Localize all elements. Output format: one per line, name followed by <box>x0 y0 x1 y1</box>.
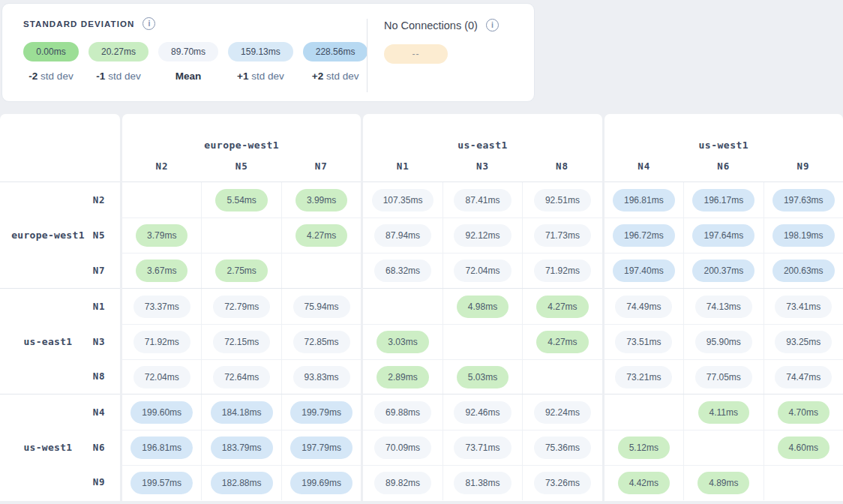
region-column-header: us-east1N1N3N8 <box>363 114 602 182</box>
table-row: 196.81ms196.17ms197.63ms <box>604 182 843 218</box>
latency-value-pill[interactable]: 75.36ms <box>534 436 591 459</box>
latency-value-pill[interactable]: 2.89ms <box>376 366 428 388</box>
latency-value-pill[interactable]: 2.75ms <box>215 260 267 282</box>
latency-value-pill[interactable]: 199.57ms <box>130 472 193 494</box>
latency-cell: 73.71ms <box>442 430 522 465</box>
latency-value-pill[interactable]: 72.64ms <box>213 366 270 388</box>
latency-value-pill[interactable]: 89.82ms <box>374 472 431 494</box>
latency-value-pill[interactable]: 77.05ms <box>695 366 752 388</box>
latency-value-pill[interactable]: 197.64ms <box>692 224 754 247</box>
latency-value-pill[interactable]: 81.38ms <box>454 472 511 494</box>
latency-cell: 199.57ms <box>122 466 201 500</box>
latency-cell: 68.32ms <box>363 254 442 288</box>
std-deviation-legend: STANDARD DEVIATION i 0.00ms-2 std dev20.… <box>2 4 367 101</box>
latency-value-pill[interactable]: 74.47ms <box>775 366 832 388</box>
latency-value-pill[interactable]: 72.85ms <box>293 331 350 353</box>
latency-value-pill[interactable]: 107.35ms <box>372 189 434 212</box>
latency-value-pill[interactable]: 4.27ms <box>536 331 588 353</box>
latency-value-pill[interactable]: 73.51ms <box>615 331 672 353</box>
latency-cell: 196.81ms <box>122 430 201 465</box>
latency-value-pill[interactable]: 93.83ms <box>293 366 350 388</box>
latency-value-pill[interactable]: 92.51ms <box>534 189 591 212</box>
latency-value-pill[interactable]: 87.41ms <box>454 189 511 212</box>
latency-value-pill[interactable]: 92.24ms <box>534 401 591 424</box>
latency-value-pill[interactable]: 183.79ms <box>211 436 273 459</box>
latency-value-pill[interactable]: 184.18ms <box>211 401 273 424</box>
latency-value-pill[interactable]: 200.63ms <box>772 260 835 282</box>
latency-value-pill[interactable]: 70.09ms <box>374 436 431 459</box>
latency-value-pill[interactable]: 182.88ms <box>211 472 273 494</box>
latency-value-pill[interactable]: 4.60ms <box>778 436 830 459</box>
latency-value-pill[interactable]: 93.25ms <box>775 331 832 353</box>
latency-value-pill[interactable]: 4.89ms <box>698 472 749 494</box>
latency-cell: 2.89ms <box>363 360 442 394</box>
latency-value-pill[interactable]: 196.72ms <box>613 224 675 247</box>
latency-value-pill[interactable]: 3.99ms <box>296 189 347 212</box>
latency-value-pill[interactable]: 87.94ms <box>374 224 431 247</box>
latency-value-pill[interactable]: 72.04ms <box>454 260 511 282</box>
latency-value-pill[interactable]: 68.32ms <box>374 260 431 282</box>
latency-value-pill[interactable]: 4.98ms <box>457 296 508 318</box>
latency-value-pill[interactable]: 196.17ms <box>692 189 754 212</box>
latency-value-pill[interactable]: 5.54ms <box>215 189 267 212</box>
info-icon[interactable]: i <box>486 19 499 32</box>
latency-value-pill[interactable]: 3.67ms <box>136 260 188 282</box>
table-row: 74.49ms74.13ms73.41ms <box>604 289 843 324</box>
node-column-label: N9 <box>764 160 843 172</box>
latency-cell: 92.46ms <box>442 394 522 430</box>
latency-value-pill[interactable]: 4.42ms <box>618 472 670 494</box>
latency-value-pill[interactable]: 196.81ms <box>130 436 193 459</box>
latency-value-pill[interactable]: 71.92ms <box>134 331 190 353</box>
latency-cell: 4.27ms <box>281 218 361 253</box>
latency-value-pill[interactable]: 5.12ms <box>618 436 670 459</box>
latency-value-pill[interactable]: 199.69ms <box>290 472 352 494</box>
node-column-label: N7 <box>281 160 361 172</box>
latency-value-pill[interactable]: 73.71ms <box>454 436 511 459</box>
latency-value-pill[interactable]: 4.27ms <box>296 224 347 247</box>
latency-value-pill[interactable]: 95.90ms <box>695 331 752 353</box>
node-column-label: N6 <box>684 160 764 172</box>
latency-value-pill[interactable]: 3.03ms <box>376 331 428 353</box>
latency-value-pill[interactable]: 200.37ms <box>692 260 754 282</box>
latency-value-pill[interactable]: 75.94ms <box>293 296 350 318</box>
latency-cell: 199.60ms <box>122 394 201 430</box>
info-icon[interactable]: i <box>142 17 155 30</box>
latency-value-pill[interactable]: 4.70ms <box>778 401 830 424</box>
latency-value-pill[interactable]: 197.40ms <box>613 260 675 282</box>
latency-cell: 71.92ms <box>522 254 602 288</box>
latency-value-pill[interactable]: 73.41ms <box>775 296 832 318</box>
latency-value-pill[interactable]: 72.15ms <box>213 331 270 353</box>
table-row: 68.32ms72.04ms71.92ms <box>363 253 602 288</box>
latency-value-pill[interactable]: 198.19ms <box>772 224 835 247</box>
row-group-labels: europe-west1N2N5N7 <box>0 182 120 288</box>
latency-value-pill[interactable]: 72.79ms <box>213 296 270 318</box>
table-row: 199.57ms182.88ms199.69ms <box>122 465 361 500</box>
latency-cell: 199.79ms <box>281 394 361 430</box>
table-row: 5.12ms4.60ms <box>604 430 843 465</box>
latency-value-pill[interactable]: 73.21ms <box>615 366 672 388</box>
latency-value-pill[interactable]: 73.37ms <box>134 296 190 318</box>
legend-stop-pill: 159.13ms <box>228 42 293 62</box>
latency-value-pill[interactable]: 74.49ms <box>615 296 672 318</box>
latency-value-pill[interactable]: 74.13ms <box>695 296 752 318</box>
table-row: 2.89ms5.03ms <box>363 359 602 394</box>
latency-value-pill[interactable]: 197.63ms <box>772 189 835 212</box>
latency-value-pill[interactable]: 5.03ms <box>457 366 508 388</box>
legend-card: STANDARD DEVIATION i 0.00ms-2 std dev20.… <box>2 3 535 102</box>
latency-value-pill[interactable]: 4.27ms <box>536 296 588 318</box>
latency-value-pill[interactable]: 72.04ms <box>134 366 190 388</box>
row-group: 73.37ms72.79ms75.94ms71.92ms72.15ms72.85… <box>122 288 361 394</box>
latency-cell: 72.04ms <box>442 254 522 288</box>
latency-value-pill[interactable]: 69.88ms <box>374 401 431 424</box>
latency-value-pill[interactable]: 196.81ms <box>613 189 675 212</box>
latency-value-pill[interactable]: 92.12ms <box>454 224 511 247</box>
latency-value-pill[interactable]: 4.11ms <box>698 401 749 424</box>
latency-value-pill[interactable]: 3.79ms <box>136 224 188 247</box>
latency-value-pill[interactable]: 197.79ms <box>290 436 352 459</box>
latency-value-pill[interactable]: 71.73ms <box>534 224 591 247</box>
latency-value-pill[interactable]: 199.79ms <box>290 401 352 424</box>
latency-value-pill[interactable]: 71.92ms <box>534 260 591 282</box>
latency-value-pill[interactable]: 199.60ms <box>130 401 193 424</box>
latency-value-pill[interactable]: 73.26ms <box>534 472 591 494</box>
latency-value-pill[interactable]: 92.46ms <box>454 401 511 424</box>
